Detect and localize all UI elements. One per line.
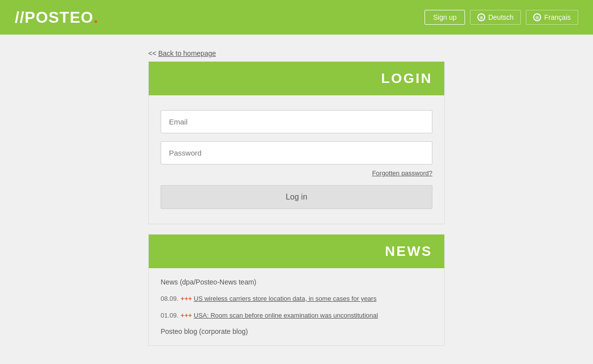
deutsch-button[interactable]: ⊕ Deutsch xyxy=(470,10,521,25)
login-body: Forgotten password? Log in xyxy=(149,95,444,224)
francais-label: Français xyxy=(544,13,571,21)
news-link-1[interactable]: US wireless carriers store location data… xyxy=(194,295,377,302)
login-button[interactable]: Log in xyxy=(161,185,432,209)
back-to-homepage-link[interactable]: Back to homepage xyxy=(158,49,216,57)
password-input[interactable] xyxy=(161,141,432,164)
deutsch-label: Deutsch xyxy=(488,13,513,21)
news-date-2: 01.09. xyxy=(161,312,178,319)
forgot-link-container: Forgotten password? xyxy=(161,168,432,177)
blog-section: Posteo blog (corporate blog) xyxy=(161,327,432,335)
news-plus-1: +++ xyxy=(181,295,194,302)
email-input[interactable] xyxy=(161,110,432,133)
email-group xyxy=(161,110,432,133)
logo: //POSTEO. xyxy=(15,8,98,27)
header-buttons: Sign up ⊕ Deutsch ⊕ Français xyxy=(424,10,578,25)
news-plus-2: +++ xyxy=(181,312,194,319)
signup-button[interactable]: Sign up xyxy=(424,10,465,25)
francais-button[interactable]: ⊕ Français xyxy=(526,10,578,25)
news-header: NEWS xyxy=(149,235,444,268)
login-box: LOGIN Forgotten password? Log in xyxy=(148,61,445,224)
logo-dot: . xyxy=(93,8,98,26)
login-header: LOGIN xyxy=(149,62,444,95)
password-group xyxy=(161,141,432,164)
news-link-2[interactable]: USA: Room scan before online examination… xyxy=(194,312,378,319)
forgot-password-link[interactable]: Forgotten password? xyxy=(372,169,432,177)
header: //POSTEO. Sign up ⊕ Deutsch ⊕ Français xyxy=(0,0,593,35)
back-prefix: << xyxy=(148,49,158,57)
logo-text: //POSTEO xyxy=(15,8,93,26)
login-title: LOGIN xyxy=(381,71,432,86)
back-link-container: << Back to homepage xyxy=(148,49,445,57)
globe-icon-deutsch: ⊕ xyxy=(477,13,485,21)
news-box: NEWS News (dpa/Posteo-News team) 08.09. … xyxy=(148,234,445,346)
news-body: News (dpa/Posteo-News team) 08.09. +++ U… xyxy=(149,268,444,345)
blog-label: Posteo blog (corporate blog) xyxy=(161,327,248,335)
globe-icon-francais: ⊕ xyxy=(533,13,541,21)
news-date-1: 08.09. xyxy=(161,295,178,302)
news-title: NEWS xyxy=(385,243,432,259)
news-item-1: 08.09. +++ US wireless carriers store lo… xyxy=(161,294,432,303)
news-source: News (dpa/Posteo-News team) xyxy=(161,278,432,286)
main-content: << Back to homepage LOGIN Forgotten pass… xyxy=(148,35,445,361)
news-item-2: 01.09. +++ USA: Room scan before online … xyxy=(161,311,432,320)
